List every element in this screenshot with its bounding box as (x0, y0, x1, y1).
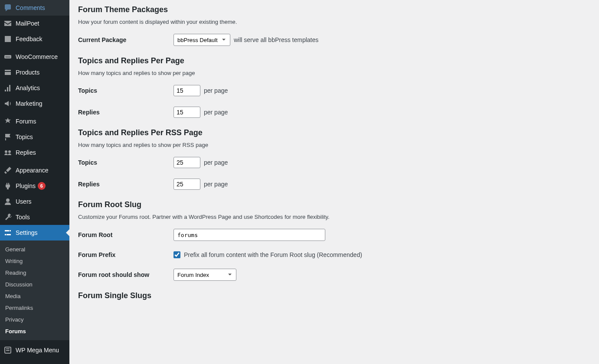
feedback-icon (3, 35, 12, 43)
sidebar-item-label: Marketing (16, 100, 42, 107)
sidebar-item-forums[interactable]: Forums (0, 114, 69, 129)
topics-rss-label: Topics (78, 159, 173, 166)
submenu-forums[interactable]: Forums (0, 325, 69, 337)
submenu-writing[interactable]: Writing (0, 255, 69, 267)
topics-icon (3, 133, 12, 141)
svg-rect-8 (7, 234, 11, 235)
settings-content: Forum Theme Packages How your forum cont… (69, 0, 599, 364)
brush-icon (3, 166, 12, 175)
sidebar-item-label: Forums (16, 118, 36, 125)
replies-rss-input[interactable] (173, 179, 200, 190)
replies-perpage-label: Replies (78, 109, 173, 116)
settings-icon (3, 228, 12, 237)
svg-point-3 (8, 150, 11, 153)
sidebar-item-plugins[interactable]: Plugins 6 (0, 178, 69, 194)
update-badge: 6 (38, 182, 46, 190)
sidebar-item-comments[interactable]: Comments (0, 0, 69, 16)
submenu-general[interactable]: General (0, 244, 69, 255)
section-desc-perpage: How many topics and replies to show per … (78, 70, 590, 76)
megaphone-icon (3, 99, 12, 108)
sidebar-item-appearance[interactable]: Appearance (0, 162, 69, 178)
sidebar-item-label: Users (16, 198, 32, 205)
sidebar-item-products[interactable]: Products (0, 65, 69, 80)
sidebar-item-label: Feedback (16, 36, 42, 42)
products-icon (3, 68, 12, 77)
forum-prefix-checkbox-row[interactable]: Prefix all forum content with the Forum … (173, 251, 362, 258)
sidebar-item-feedback[interactable]: Feedback (0, 31, 69, 47)
user-icon (3, 197, 12, 206)
submenu-media[interactable]: Media (0, 290, 69, 302)
current-package-hint: will serve all bbPress templates (234, 36, 318, 43)
settings-submenu: General Writing Reading Discussion Media… (0, 240, 69, 340)
perpage-hint: per page (204, 87, 228, 94)
sidebar-item-marketing[interactable]: Marketing (0, 96, 69, 111)
wrench-icon (3, 213, 12, 221)
forum-root-label: Forum Root (78, 231, 173, 238)
sidebar-item-label: WooCommerce (16, 53, 58, 60)
forum-prefix-label: Forum Prefix (78, 251, 173, 258)
svg-rect-5 (5, 230, 9, 231)
comment-icon (3, 3, 12, 12)
forum-root-show-select[interactable]: Forum Index (173, 269, 236, 281)
submenu-privacy[interactable]: Privacy (0, 314, 69, 325)
submenu-discussion[interactable]: Discussion (0, 279, 69, 290)
forums-icon (3, 117, 12, 126)
sidebar-item-replies[interactable]: Replies (0, 145, 69, 160)
svg-rect-11 (6, 350, 10, 351)
sidebar-item-label: Replies (16, 149, 36, 156)
replies-icon (3, 148, 12, 157)
perpage-hint: per page (204, 109, 228, 116)
sidebar-item-label: MailPoet (16, 20, 39, 27)
sidebar-item-tools[interactable]: Tools (0, 209, 69, 225)
section-desc-theme: How your forum content is displayed with… (78, 19, 590, 25)
section-title-theme: Forum Theme Packages (78, 5, 590, 14)
sidebar-item-label: Settings (16, 229, 38, 236)
svg-point-4 (6, 198, 10, 202)
sidebar-item-label: Comments (16, 4, 45, 11)
topics-rss-input[interactable] (173, 157, 200, 168)
woocommerce-icon: woo (3, 52, 12, 61)
section-title-perpage: Topics and Replies Per Page (78, 56, 590, 65)
submenu-permalinks[interactable]: Permalinks (0, 302, 69, 314)
mailpoet-icon (3, 19, 12, 28)
sidebar-item-label: Topics (16, 133, 33, 140)
topics-perpage-label: Topics (78, 87, 173, 94)
topics-perpage-input[interactable] (173, 85, 200, 96)
sidebar-item-wpmegamenu[interactable]: WP Mega Menu (0, 342, 69, 358)
sidebar-item-label: Tools (16, 214, 30, 221)
section-title-rss: Topics and Replies Per RSS Page (78, 128, 590, 137)
sidebar-item-analytics[interactable]: Analytics (0, 80, 69, 96)
sidebar-item-label: Plugins (16, 182, 36, 189)
section-title-single: Forum Single Slugs (78, 291, 590, 300)
submenu-reading[interactable]: Reading (0, 267, 69, 279)
sidebar-item-settings[interactable]: Settings (0, 225, 69, 240)
megamenu-icon (3, 346, 12, 354)
svg-rect-7 (5, 234, 6, 235)
sidebar-item-label: WP Mega Menu (16, 347, 59, 354)
sidebar-item-label: Products (16, 69, 39, 76)
sidebar-item-mailpoet[interactable]: MailPoet (0, 16, 69, 31)
svg-point-2 (5, 150, 7, 153)
replies-rss-label: Replies (78, 181, 173, 188)
plugin-icon (3, 182, 12, 190)
forum-root-input[interactable] (173, 229, 325, 241)
svg-rect-6 (10, 230, 11, 231)
replies-perpage-input[interactable] (173, 107, 200, 118)
svg-text:woo: woo (5, 55, 10, 58)
sidebar-item-label: Appearance (16, 167, 49, 174)
section-desc-rss: How many topics and replies to show per … (78, 142, 590, 148)
forum-prefix-text: Prefix all forum content with the Forum … (184, 251, 362, 258)
perpage-hint: per page (204, 181, 228, 188)
current-package-select[interactable]: bbPress Default (173, 34, 230, 46)
forum-root-show-label: Forum root should show (78, 271, 173, 278)
sidebar-item-topics[interactable]: Topics (0, 129, 69, 145)
admin-sidebar: Comments MailPoet Feedback woo WooCommer… (0, 0, 69, 364)
section-desc-root: Customize your Forums root. Partner with… (78, 214, 590, 220)
sidebar-item-label: Analytics (16, 84, 40, 91)
forum-prefix-checkbox[interactable] (173, 251, 180, 258)
current-package-label: Current Package (78, 36, 173, 43)
perpage-hint: per page (204, 159, 228, 166)
sidebar-item-woocommerce[interactable]: woo WooCommerce (0, 49, 69, 65)
sidebar-item-users[interactable]: Users (0, 194, 69, 209)
section-title-root: Forum Root Slug (78, 200, 590, 209)
